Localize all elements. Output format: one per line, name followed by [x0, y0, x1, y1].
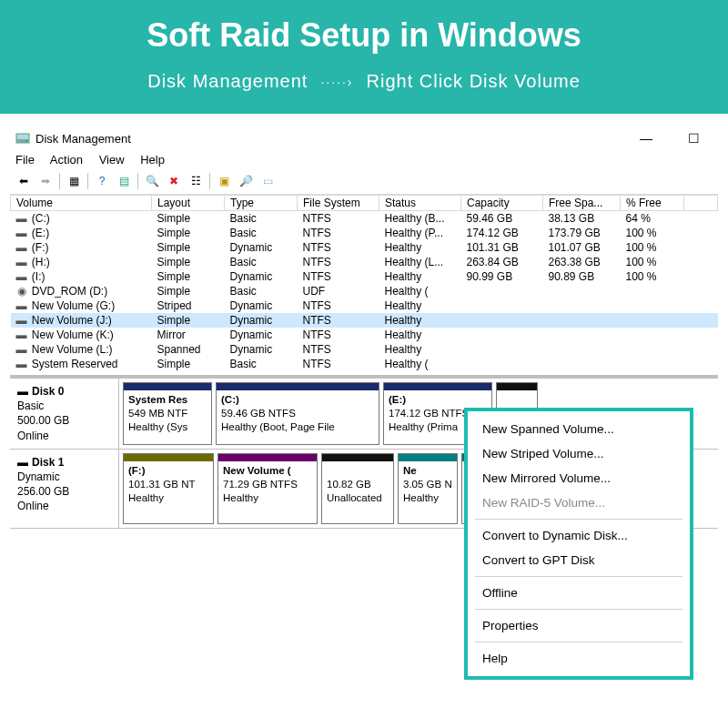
action-button[interactable]: ▣ — [214, 172, 234, 190]
table-row[interactable]: ▬ (I:)SimpleDynamicNTFSHealthy90.99 GB90… — [11, 269, 718, 284]
context-menu-item[interactable]: Properties — [468, 613, 690, 638]
banner-title: Soft Raid Setup in Windows — [0, 16, 728, 55]
column-header[interactable]: Layout — [152, 196, 225, 211]
disk-label[interactable]: ▬Disk 0Basic500.00 GBOnline — [10, 379, 119, 449]
banner-step1: Disk Management — [147, 71, 308, 92]
table-row[interactable]: ▬ (C:)SimpleBasicNTFSHealthy (B...59.46 … — [11, 211, 718, 227]
table-row[interactable]: ◉ DVD_ROM (D:)SimpleBasicUDFHealthy ( — [11, 284, 718, 298]
table-row[interactable]: ▬ System ReservedSimpleBasicNTFSHealthy … — [11, 357, 718, 371]
app-icon — [15, 131, 30, 146]
table-row[interactable]: ▬ New Volume (J:)SimpleDynamicNTFSHealth… — [11, 313, 718, 328]
table-row[interactable]: ▬ New Volume (G:)StripedDynamicNTFSHealt… — [11, 298, 718, 313]
partition[interactable]: New Volume (71.29 GB NTFSHealthy — [217, 453, 318, 525]
settings-button[interactable]: ▭ — [258, 172, 278, 190]
drive-icon: ▬ — [16, 227, 27, 239]
drive-icon: ▬ — [16, 270, 27, 283]
menu-action[interactable]: Action — [50, 153, 83, 167]
help-button[interactable]: ? — [92, 172, 112, 190]
context-menu: New Spanned Volume...New Striped Volume.… — [464, 408, 693, 680]
context-menu-item[interactable]: New Mirrored Volume... — [468, 466, 690, 490]
context-menu-item[interactable]: Offline — [468, 581, 690, 605]
column-header[interactable]: Status — [379, 196, 461, 211]
context-menu-item[interactable]: New Striped Volume... — [468, 441, 690, 466]
arrow-icon: ·····› — [320, 75, 353, 89]
drive-icon: ▬ — [16, 329, 27, 341]
tutorial-banner: Soft Raid Setup in Windows Disk Manageme… — [0, 0, 728, 114]
delete-button[interactable]: ✖ — [164, 172, 184, 190]
maximize-button[interactable]: ☐ — [680, 131, 707, 146]
context-menu-item: New RAID-5 Volume... — [468, 490, 690, 515]
context-menu-item[interactable]: Convert to Dynamic Disk... — [468, 523, 690, 548]
context-menu-item[interactable]: New Spanned Volume... — [468, 417, 690, 441]
properties-button[interactable]: ☷ — [186, 172, 206, 190]
table-row[interactable]: ▬ (H:)SimpleBasicNTFSHealthy (L...263.84… — [11, 255, 718, 269]
menu-view[interactable]: View — [99, 153, 125, 167]
column-header[interactable]: Volume — [11, 196, 152, 211]
minimize-button[interactable]: — — [632, 131, 660, 146]
menu-help[interactable]: Help — [140, 153, 165, 167]
window-title: Disk Management — [35, 132, 632, 146]
partition[interactable]: (C:)59.46 GB NTFSHealthy (Boot, Page Fil… — [216, 382, 379, 445]
search-button[interactable]: 🔎 — [236, 172, 256, 190]
table-row[interactable]: ▬ (E:)SimpleBasicNTFSHealthy (P...174.12… — [11, 226, 718, 240]
drive-icon: ▬ — [16, 212, 27, 225]
context-menu-item[interactable]: Convert to GPT Disk — [468, 548, 690, 572]
disk-label[interactable]: ▬Disk 1Dynamic256.00 GBOnline — [10, 450, 119, 529]
menu-file[interactable]: File — [15, 153, 35, 167]
context-menu-item[interactable]: Help — [468, 646, 690, 671]
back-button[interactable]: ⬅ — [14, 172, 34, 190]
list-button[interactable]: ▤ — [114, 172, 134, 190]
menubar: File Action View Help — [10, 151, 718, 170]
table-row[interactable]: ▬ New Volume (K:)MirrorDynamicNTFSHealth… — [11, 328, 718, 342]
drive-icon: ▬ — [16, 299, 27, 312]
column-header[interactable]: File System — [298, 196, 379, 211]
refresh-icon[interactable]: 🔍 — [142, 172, 162, 190]
disc-icon: ◉ — [16, 285, 27, 298]
column-header[interactable]: % Free — [621, 196, 684, 211]
partition[interactable]: Ne3.05 GB NHealthy — [398, 453, 458, 525]
drive-icon: ▬ — [16, 358, 27, 370]
drive-icon: ▬ — [16, 314, 27, 327]
banner-step2: Right Click Disk Volume — [367, 71, 581, 92]
column-header[interactable]: Capacity — [461, 196, 543, 211]
partition[interactable]: System Res549 MB NTFHealthy (Sys — [123, 382, 212, 445]
toolbar: ⬅ ➡ ▦ ? ▤ 🔍 ✖ ☷ ▣ 🔎 ▭ — [10, 170, 718, 195]
partition[interactable]: 10.82 GBUnallocated — [321, 453, 394, 525]
forward-button[interactable]: ➡ — [35, 172, 56, 190]
volume-table: VolumeLayoutTypeFile SystemStatusCapacit… — [10, 195, 718, 371]
drive-icon: ▬ — [16, 256, 27, 268]
table-row[interactable]: ▬ New Volume (L:)SpannedDynamicNTFSHealt… — [11, 342, 718, 357]
drive-icon: ▬ — [16, 343, 27, 356]
grid-view-button[interactable]: ▦ — [64, 172, 84, 190]
drive-icon: ▬ — [16, 241, 27, 254]
partition[interactable]: (F:)101.31 GB NTHealthy — [123, 453, 214, 525]
disk-icon: ▬ — [17, 455, 28, 470]
column-header[interactable]: Type — [225, 196, 298, 211]
column-header[interactable]: Free Spa... — [543, 196, 621, 211]
disk-icon: ▬ — [17, 384, 28, 399]
svg-point-2 — [25, 140, 27, 142]
table-row[interactable]: ▬ (F:)SimpleDynamicNTFSHealthy101.31 GB1… — [11, 240, 718, 255]
